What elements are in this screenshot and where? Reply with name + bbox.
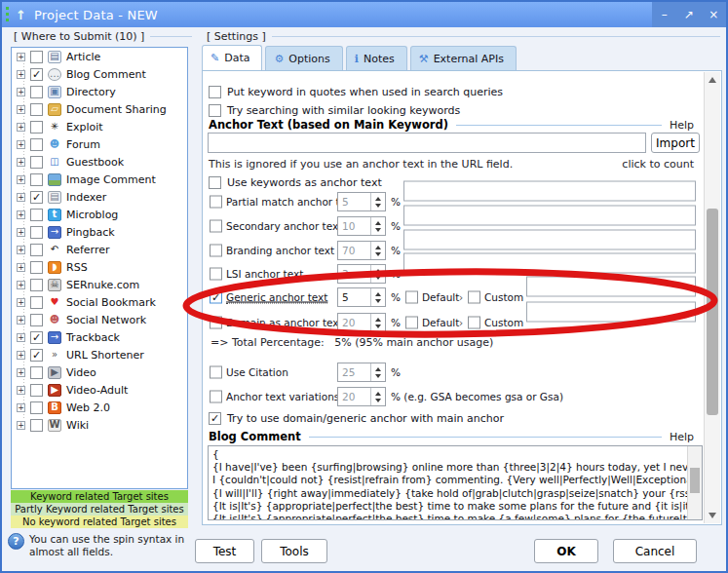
spinner[interactable]: 5 [337, 287, 386, 307]
secondary-anchor-text-checkbox[interactable] [210, 220, 222, 233]
partial-match-anchor-text-input[interactable] [403, 181, 696, 202]
list-item-wiki[interactable]: +WWiki [12, 416, 187, 434]
list-item-social-bookmark[interactable]: +♥Social Bookmark [12, 293, 187, 311]
list-item-microblog[interactable]: +tMicroblog [12, 206, 187, 223]
test-button[interactable]: Test [195, 539, 254, 563]
trackback-checkbox[interactable] [30, 331, 43, 344]
list-item-sernuke-com[interactable]: +☠SERnuke.com [12, 276, 187, 293]
expander-icon[interactable]: + [17, 210, 25, 219]
expander-icon[interactable]: + [17, 175, 25, 184]
spinner-up-icon[interactable] [375, 269, 381, 273]
blog-comment-scrollbar[interactable] [687, 446, 702, 519]
spinner[interactable]: 5 [337, 192, 386, 211]
expander-icon[interactable]: + [17, 158, 25, 167]
spinner-down-icon[interactable] [375, 399, 381, 402]
expander-icon[interactable]: + [17, 53, 25, 61]
tools-button[interactable]: Tools [261, 539, 327, 563]
list-item-indexer[interactable]: +▤Indexer [12, 188, 187, 206]
panel-scrollbar-thumb[interactable] [707, 209, 718, 415]
anchor-help-link[interactable]: Help [670, 119, 694, 132]
spinner-down-icon[interactable] [375, 374, 381, 378]
spinner-down-icon[interactable] [375, 299, 381, 303]
blog-comment-checkbox[interactable] [30, 68, 43, 81]
rss-checkbox[interactable] [30, 261, 43, 274]
list-item-social-network[interactable]: +☻Social Network [12, 311, 187, 328]
domain-as-anchor-text-custom-checkbox[interactable] [468, 317, 480, 329]
document-sharing-checkbox[interactable] [30, 103, 43, 116]
expander-icon[interactable]: + [17, 351, 25, 360]
expander-icon[interactable]: + [17, 333, 25, 342]
spinner[interactable]: 10 [337, 216, 386, 236]
spinner-up-icon[interactable] [375, 197, 381, 201]
tab-options[interactable]: ⚙Options [265, 46, 342, 70]
exploit-checkbox[interactable] [30, 121, 43, 134]
spinner-down-icon[interactable] [375, 325, 381, 328]
cancel-button[interactable]: Cancel [613, 539, 697, 563]
expander-icon[interactable]: + [17, 88, 25, 96]
image-comment-checkbox[interactable] [30, 173, 43, 186]
spinner-arrows[interactable] [370, 314, 385, 331]
video-checkbox[interactable] [30, 366, 43, 379]
pingback-checkbox[interactable] [30, 226, 43, 239]
list-item-trackback[interactable]: +→Trackback [12, 328, 187, 346]
spinner-up-icon[interactable] [375, 246, 381, 249]
put-keyword-in-quotes-wh-checkbox[interactable] [209, 86, 221, 98]
expander-icon[interactable]: + [17, 386, 25, 395]
click-to-count-link[interactable]: click to count [622, 158, 694, 171]
generic-anchor-text-checkbox[interactable] [210, 291, 222, 304]
panel-scrollbar[interactable] [704, 72, 720, 523]
spinner-up-icon[interactable] [375, 392, 381, 396]
list-item-pingback[interactable]: +→Pingback [12, 223, 187, 241]
close-button[interactable]: × [704, 8, 723, 21]
spinner-arrows[interactable] [370, 363, 385, 381]
try-searching-with-simil-checkbox[interactable] [209, 104, 221, 117]
tab-notes[interactable]: ℹNotes [346, 46, 407, 70]
scroll-down-icon[interactable] [705, 508, 720, 523]
minimize-button[interactable]: – [655, 8, 674, 21]
spinner-down-icon[interactable] [375, 276, 381, 280]
domain-as-anchor-text-input[interactable] [526, 302, 696, 323]
list-item-directory[interactable]: +▣Directory [12, 83, 187, 100]
tab-data[interactable]: ✎Data [202, 45, 262, 70]
where-to-submit-list[interactable]: +▤Article+…Blog Comment+▣Directory+▱Docu… [11, 47, 188, 489]
social-bookmark-checkbox[interactable] [30, 296, 43, 309]
expander-icon[interactable]: + [17, 368, 25, 377]
import-button[interactable]: Import [651, 133, 700, 153]
spinner[interactable]: 20 [337, 387, 386, 406]
spinner-arrows[interactable] [370, 288, 385, 306]
expander-icon[interactable]: + [17, 298, 25, 307]
spinner-down-icon[interactable] [375, 228, 381, 232]
list-item-document-sharing[interactable]: +▱Document Sharing [12, 100, 187, 118]
secondary-anchor-text-input[interactable] [403, 206, 696, 226]
list-item-article[interactable]: +▤Article [12, 48, 187, 65]
expander-icon[interactable]: + [17, 421, 25, 430]
expander-icon[interactable]: + [17, 123, 25, 132]
spinner-up-icon[interactable] [375, 292, 381, 296]
url-shortener-checkbox[interactable] [30, 349, 43, 362]
list-item-blog-comment[interactable]: +…Blog Comment [12, 65, 187, 83]
spinner-arrows[interactable] [370, 388, 385, 405]
social-network-checkbox[interactable] [30, 314, 43, 326]
partial-match-anchor-text-checkbox[interactable] [210, 196, 222, 209]
expander-icon[interactable]: + [17, 140, 25, 149]
domain-as-anchor-text-checkbox[interactable] [210, 317, 222, 329]
lsi-anchor-text-input[interactable] [403, 253, 696, 274]
spinner[interactable]: 25 [337, 363, 386, 382]
forum-checkbox[interactable] [30, 138, 43, 151]
anchor-text-variations-checkbox[interactable] [210, 391, 222, 403]
branding-anchor-text-checkbox[interactable] [210, 245, 222, 257]
list-item-video[interactable]: +▶Video [12, 363, 187, 381]
spinner-arrows[interactable] [370, 265, 385, 283]
list-item-video-adult[interactable]: +▶Video-Adult [12, 381, 187, 399]
spinner-down-icon[interactable] [375, 204, 381, 208]
blog-comment-scrollbar-thumb[interactable] [690, 468, 700, 493]
referrer-checkbox[interactable] [30, 244, 43, 256]
expander-icon[interactable]: + [17, 70, 25, 79]
web-2-0-checkbox[interactable] [30, 401, 43, 414]
expander-icon[interactable]: + [17, 105, 25, 114]
expander-icon[interactable]: + [17, 403, 25, 412]
indexer-checkbox[interactable] [30, 191, 43, 204]
blog-comment-textarea[interactable]: { {I have|I've} been {surfing|browsing} … [208, 445, 703, 520]
wiki-checkbox[interactable] [30, 419, 43, 432]
dropdown-arrow-icon[interactable]: › [459, 317, 463, 328]
